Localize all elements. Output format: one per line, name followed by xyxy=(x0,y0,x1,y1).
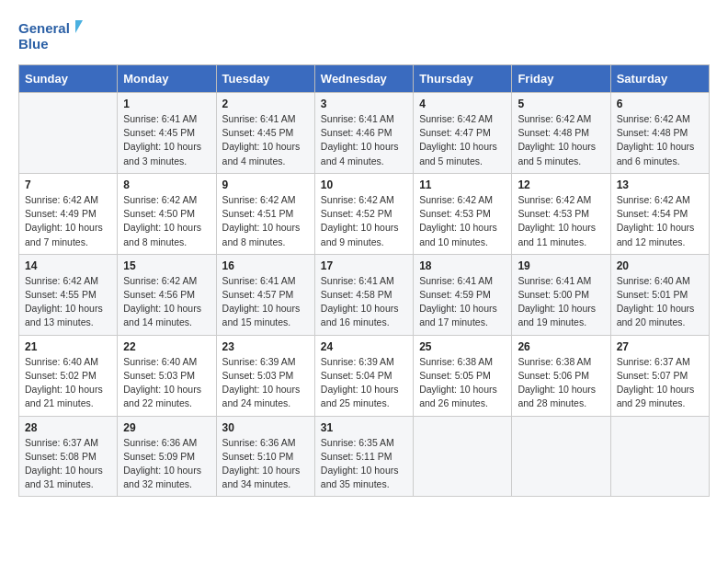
week-row-2: 7Sunrise: 6:42 AM Sunset: 4:49 PM Daylig… xyxy=(19,173,710,254)
col-header-saturday: Saturday xyxy=(610,65,709,93)
day-info: Sunrise: 6:36 AM Sunset: 5:09 PM Dayligh… xyxy=(123,436,210,492)
day-info: Sunrise: 6:42 AM Sunset: 4:48 PM Dayligh… xyxy=(518,112,605,168)
day-number: 25 xyxy=(419,340,506,353)
day-number: 5 xyxy=(518,98,605,110)
day-cell: 26Sunrise: 6:38 AM Sunset: 5:06 PM Dayli… xyxy=(512,335,610,416)
day-info: Sunrise: 6:40 AM Sunset: 5:01 PM Dayligh… xyxy=(617,274,704,330)
col-header-sunday: Sunday xyxy=(19,65,118,93)
day-info: Sunrise: 6:42 AM Sunset: 4:53 PM Dayligh… xyxy=(518,193,605,249)
day-cell: 4Sunrise: 6:42 AM Sunset: 4:47 PM Daylig… xyxy=(414,93,512,174)
day-cell: 1Sunrise: 6:41 AM Sunset: 4:45 PM Daylig… xyxy=(118,93,216,174)
day-number: 14 xyxy=(25,259,112,272)
day-cell: 17Sunrise: 6:41 AM Sunset: 4:58 PM Dayli… xyxy=(314,254,413,335)
day-info: Sunrise: 6:35 AM Sunset: 5:11 PM Dayligh… xyxy=(321,436,408,492)
day-cell: 20Sunrise: 6:40 AM Sunset: 5:01 PM Dayli… xyxy=(610,254,709,335)
day-cell: 25Sunrise: 6:38 AM Sunset: 5:05 PM Dayli… xyxy=(414,335,512,416)
day-cell: 15Sunrise: 6:42 AM Sunset: 4:56 PM Dayli… xyxy=(118,254,216,335)
day-info: Sunrise: 6:41 AM Sunset: 4:46 PM Dayligh… xyxy=(321,112,408,168)
day-cell: 3Sunrise: 6:41 AM Sunset: 4:46 PM Daylig… xyxy=(314,93,413,174)
day-cell: 10Sunrise: 6:42 AM Sunset: 4:52 PM Dayli… xyxy=(314,173,413,254)
day-info: Sunrise: 6:42 AM Sunset: 4:50 PM Dayligh… xyxy=(123,193,210,249)
day-number: 11 xyxy=(419,178,506,191)
day-info: Sunrise: 6:42 AM Sunset: 4:56 PM Dayligh… xyxy=(123,274,210,330)
day-info: Sunrise: 6:39 AM Sunset: 5:04 PM Dayligh… xyxy=(321,355,408,411)
day-number: 26 xyxy=(518,340,605,353)
day-cell: 12Sunrise: 6:42 AM Sunset: 4:53 PM Dayli… xyxy=(512,173,610,254)
col-header-wednesday: Wednesday xyxy=(314,65,413,93)
day-cell: 9Sunrise: 6:42 AM Sunset: 4:51 PM Daylig… xyxy=(216,173,314,254)
day-number: 9 xyxy=(222,178,310,191)
week-row-5: 28Sunrise: 6:37 AM Sunset: 5:08 PM Dayli… xyxy=(19,416,710,497)
col-header-thursday: Thursday xyxy=(414,65,512,93)
day-cell: 18Sunrise: 6:41 AM Sunset: 4:59 PM Dayli… xyxy=(414,254,512,335)
day-cell: 8Sunrise: 6:42 AM Sunset: 4:50 PM Daylig… xyxy=(118,173,216,254)
day-number: 18 xyxy=(419,259,506,272)
day-cell: 13Sunrise: 6:42 AM Sunset: 4:54 PM Dayli… xyxy=(610,173,709,254)
day-number: 17 xyxy=(321,259,408,272)
day-number: 6 xyxy=(617,98,704,110)
day-cell xyxy=(610,416,709,497)
day-number: 31 xyxy=(321,421,408,434)
day-cell: 5Sunrise: 6:42 AM Sunset: 4:48 PM Daylig… xyxy=(512,93,610,174)
day-cell xyxy=(414,416,512,497)
day-info: Sunrise: 6:41 AM Sunset: 4:59 PM Dayligh… xyxy=(419,274,506,330)
day-cell xyxy=(19,93,118,174)
col-header-monday: Monday xyxy=(118,65,216,93)
day-number: 21 xyxy=(25,340,112,353)
day-number: 2 xyxy=(222,98,310,110)
day-number: 1 xyxy=(123,98,210,110)
day-number: 29 xyxy=(123,421,210,434)
day-cell: 11Sunrise: 6:42 AM Sunset: 4:53 PM Dayli… xyxy=(414,173,512,254)
day-number: 15 xyxy=(123,259,210,272)
day-cell: 29Sunrise: 6:36 AM Sunset: 5:09 PM Dayli… xyxy=(118,416,216,497)
logo: General Blue xyxy=(18,17,83,55)
col-header-tuesday: Tuesday xyxy=(216,65,314,93)
day-info: Sunrise: 6:42 AM Sunset: 4:49 PM Dayligh… xyxy=(25,193,112,249)
day-cell: 2Sunrise: 6:41 AM Sunset: 4:45 PM Daylig… xyxy=(216,93,314,174)
day-cell: 23Sunrise: 6:39 AM Sunset: 5:03 PM Dayli… xyxy=(216,335,314,416)
day-number: 22 xyxy=(123,340,210,353)
day-number: 13 xyxy=(617,178,704,191)
day-cell: 19Sunrise: 6:41 AM Sunset: 5:00 PM Dayli… xyxy=(512,254,610,335)
day-cell: 6Sunrise: 6:42 AM Sunset: 4:48 PM Daylig… xyxy=(610,93,709,174)
day-info: Sunrise: 6:42 AM Sunset: 4:54 PM Dayligh… xyxy=(617,193,704,249)
day-info: Sunrise: 6:41 AM Sunset: 4:57 PM Dayligh… xyxy=(222,274,310,330)
day-cell xyxy=(512,416,610,497)
day-number: 3 xyxy=(321,98,408,110)
day-number: 27 xyxy=(617,340,704,353)
day-info: Sunrise: 6:41 AM Sunset: 4:58 PM Dayligh… xyxy=(321,274,408,330)
day-info: Sunrise: 6:42 AM Sunset: 4:53 PM Dayligh… xyxy=(419,193,506,249)
day-info: Sunrise: 6:42 AM Sunset: 4:52 PM Dayligh… xyxy=(321,193,408,249)
day-info: Sunrise: 6:37 AM Sunset: 5:07 PM Dayligh… xyxy=(617,355,704,411)
logo-svg: General Blue xyxy=(18,17,83,55)
day-info: Sunrise: 6:41 AM Sunset: 4:45 PM Dayligh… xyxy=(123,112,210,168)
day-info: Sunrise: 6:42 AM Sunset: 4:47 PM Dayligh… xyxy=(419,112,506,168)
day-info: Sunrise: 6:37 AM Sunset: 5:08 PM Dayligh… xyxy=(25,436,112,492)
day-cell: 31Sunrise: 6:35 AM Sunset: 5:11 PM Dayli… xyxy=(314,416,413,497)
week-row-3: 14Sunrise: 6:42 AM Sunset: 4:55 PM Dayli… xyxy=(19,254,710,335)
day-cell: 22Sunrise: 6:40 AM Sunset: 5:03 PM Dayli… xyxy=(118,335,216,416)
day-cell: 16Sunrise: 6:41 AM Sunset: 4:57 PM Dayli… xyxy=(216,254,314,335)
day-cell: 21Sunrise: 6:40 AM Sunset: 5:02 PM Dayli… xyxy=(19,335,118,416)
page: General Blue SundayMondayTuesdayWednesda… xyxy=(0,0,728,563)
day-number: 16 xyxy=(222,259,310,272)
day-info: Sunrise: 6:41 AM Sunset: 5:00 PM Dayligh… xyxy=(518,274,605,330)
svg-marker-2 xyxy=(75,20,83,33)
day-info: Sunrise: 6:42 AM Sunset: 4:48 PM Dayligh… xyxy=(617,112,704,168)
day-number: 20 xyxy=(617,259,704,272)
week-row-4: 21Sunrise: 6:40 AM Sunset: 5:02 PM Dayli… xyxy=(19,335,710,416)
day-info: Sunrise: 6:39 AM Sunset: 5:03 PM Dayligh… xyxy=(222,355,310,411)
header-row: SundayMondayTuesdayWednesdayThursdayFrid… xyxy=(19,65,710,93)
day-number: 4 xyxy=(419,98,506,110)
day-cell: 24Sunrise: 6:39 AM Sunset: 5:04 PM Dayli… xyxy=(314,335,413,416)
day-cell: 30Sunrise: 6:36 AM Sunset: 5:10 PM Dayli… xyxy=(216,416,314,497)
day-number: 30 xyxy=(222,421,310,434)
header: General Blue xyxy=(18,17,710,55)
col-header-friday: Friday xyxy=(512,65,610,93)
day-info: Sunrise: 6:40 AM Sunset: 5:02 PM Dayligh… xyxy=(25,355,112,411)
day-number: 24 xyxy=(321,340,408,353)
svg-text:General: General xyxy=(18,20,70,36)
week-row-1: 1Sunrise: 6:41 AM Sunset: 4:45 PM Daylig… xyxy=(19,93,710,174)
day-number: 23 xyxy=(222,340,310,353)
day-cell: 7Sunrise: 6:42 AM Sunset: 4:49 PM Daylig… xyxy=(19,173,118,254)
